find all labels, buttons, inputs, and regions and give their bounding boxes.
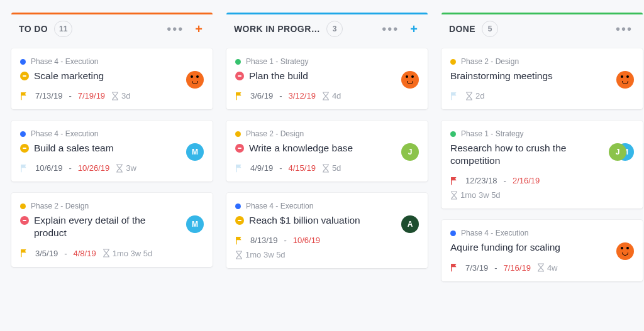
column-menu-icon[interactable] [164,21,186,36]
duration: 1mo 3w 5d [103,249,153,258]
meta-line: 3/6/19-3/12/194d [235,91,419,100]
title-line: Aquire funding for scaling [450,241,634,254]
date-separator: - [504,176,506,185]
meta-line: 4/9/19-4/15/195d [235,163,419,173]
date-end: 7/19/19 [78,91,105,100]
date-start: 3/6/19 [250,91,273,100]
phase-dot-icon [235,59,241,65]
date-end: 10/6/19 [293,236,320,245]
date-start: 7/13/19 [35,91,62,100]
duration: 3w [116,163,136,173]
column-wip: WORK IN PROGR…3+Phase 1 - StrategyPlan t… [226,13,428,281]
kanban-board: TO DO11+Phase 4 - ExecutionScale marketi… [11,13,633,281]
task-card[interactable]: Phase 4 - ExecutionReach $1 billion valu… [226,193,428,268]
date-start: 10/6/19 [35,163,62,173]
duration: 3d [111,91,130,100]
date-end: 10/26/19 [78,163,110,173]
phase-line: Phase 2 - Design [20,202,204,210]
title-line: Brainstorming meetings [450,70,634,82]
duration-text: 1mo 3w 5d [245,250,286,259]
flag-icon [235,92,244,100]
date-end: 2/16/19 [513,176,540,185]
phase-label: Phase 2 - Design [461,57,519,66]
date-start: 3/5/19 [35,249,58,258]
meta-line: 12/23/18-2/16/19 [450,176,634,185]
assignee-avatar[interactable]: M [186,143,204,161]
task-card[interactable]: Phase 2 - DesignExplain every detail of … [11,193,213,266]
column-header: WORK IN PROGR…3+ [226,13,428,48]
meta-line-2: 1mo 3w 5d [450,190,634,200]
date-separator: - [279,91,282,100]
card-list: Phase 4 - ExecutionScale marketing7/13/1… [11,48,213,267]
phase-dot-icon [450,59,456,65]
column-menu-icon[interactable] [379,21,401,36]
duration-text: 4w [547,263,558,273]
column-count-badge: 11 [54,21,72,37]
add-card-icon[interactable]: + [192,21,205,36]
column-menu-icon[interactable] [613,21,635,36]
duration-text: 1mo 3w 5d [113,249,153,258]
assignee-avatar[interactable] [401,71,419,89]
flag-icon [20,249,29,258]
meta-line: 8/13/19-10/6/19 [235,236,419,245]
task-card[interactable]: Phase 1 - StrategyPlan the build3/6/19-3… [226,48,428,109]
meta-line: 3/5/19-4/8/191mo 3w 5d [20,249,204,258]
status-icon [235,216,244,225]
assignee-avatar[interactable] [616,71,634,89]
card-title: Brainstorming meetings [450,70,553,82]
title-line: Research how to crush the competition [450,142,634,167]
duration: 1mo 3w 5d [235,250,286,259]
card-list: Phase 2 - DesignBrainstorming meetings2d… [441,48,643,281]
add-card-icon[interactable]: + [408,21,420,36]
assignee-avatar[interactable]: J [401,143,419,161]
task-card[interactable]: Phase 2 - DesignWrite a knowledge base4/… [226,121,428,182]
phase-line: Phase 4 - Execution [20,129,204,138]
task-card[interactable]: Phase 4 - ExecutionAquire funding for sc… [441,220,643,281]
title-line: Write a knowledge base [235,142,419,155]
card-title: Reach $1 billion valuation [249,214,360,227]
duration: 4w [537,263,558,273]
column-count-badge: 5 [482,21,498,37]
task-card[interactable]: Phase 1 - StrategyResearch how to crush … [441,121,643,209]
card-title: Aquire funding for scaling [450,241,560,254]
phase-line: Phase 1 - Strategy [450,129,634,138]
phase-dot-icon [235,203,241,209]
assignee-avatar[interactable] [616,242,634,260]
date-separator: - [69,91,71,100]
duration-text: 1mo 3w 5d [460,190,501,200]
phase-label: Phase 1 - Strategy [461,129,523,138]
title-line: Build a sales team [20,142,204,155]
meta-line-2: 1mo 3w 5d [235,250,419,259]
column-done: DONE5Phase 2 - DesignBrainstorming meeti… [441,13,643,281]
task-card[interactable]: Phase 2 - DesignBrainstorming meetings2d [441,48,643,109]
task-card[interactable]: Phase 4 - ExecutionScale marketing7/13/1… [11,48,213,109]
card-list: Phase 1 - StrategyPlan the build3/6/19-3… [226,48,428,268]
task-card[interactable]: Phase 4 - ExecutionBuild a sales team10/… [11,121,213,182]
flag-icon [450,176,459,185]
assignee-avatar[interactable]: A [401,215,419,233]
phase-label: Phase 4 - Execution [461,229,528,237]
title-line: Scale marketing [20,70,204,82]
flag-icon [450,263,459,272]
phase-label: Phase 2 - Design [31,202,89,210]
phase-dot-icon [235,131,241,137]
title-line: Reach $1 billion valuation [235,214,419,227]
date-start: 4/9/19 [250,163,273,173]
assignee-avatar[interactable] [186,71,204,89]
phase-line: Phase 4 - Execution [450,229,634,237]
flag-icon [235,236,244,245]
card-title: Explain every detail of the product [34,214,180,239]
date-end: 7/16/19 [504,263,531,273]
card-title: Plan the build [249,70,308,82]
column-actions: + [379,21,420,36]
phase-label: Phase 4 - Execution [31,129,98,138]
duration: 4d [322,91,341,100]
date-end: 4/15/19 [289,163,316,173]
date-start: 12/23/18 [465,176,497,185]
status-icon [20,144,29,153]
date-end: 3/12/19 [289,91,316,100]
card-title: Scale marketing [34,70,104,82]
status-icon [20,72,29,80]
phase-dot-icon [450,231,456,236]
assignee-avatar[interactable]: J [609,143,626,161]
